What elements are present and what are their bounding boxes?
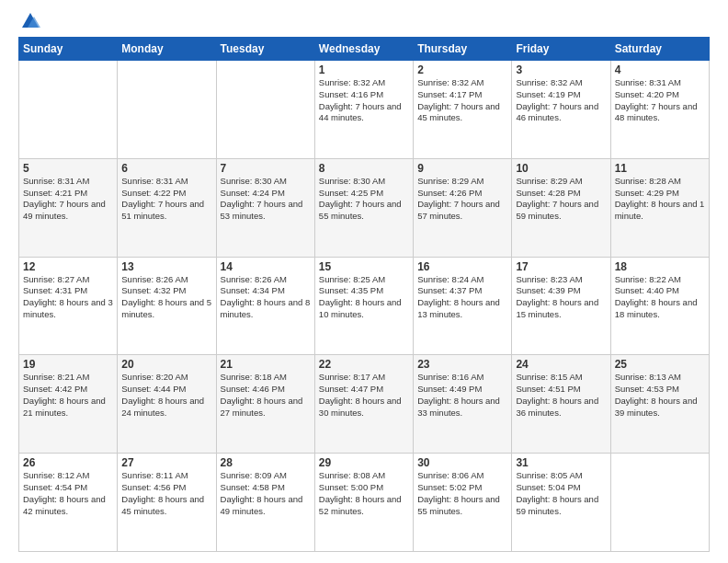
- day-info: Sunrise: 8:29 AM Sunset: 4:28 PM Dayligh…: [516, 176, 606, 223]
- weekday-header-thursday: Thursday: [414, 38, 512, 61]
- day-number: 19: [23, 358, 113, 371]
- day-number: 3: [516, 63, 606, 76]
- day-info: Sunrise: 8:32 AM Sunset: 4:17 PM Dayligh…: [417, 77, 507, 124]
- day-cell: 14Sunrise: 8:26 AM Sunset: 4:34 PM Dayli…: [216, 257, 314, 355]
- day-cell: 9Sunrise: 8:29 AM Sunset: 4:26 PM Daylig…: [414, 158, 512, 257]
- logo-icon: [20, 11, 40, 31]
- day-info: Sunrise: 8:31 AM Sunset: 4:20 PM Dayligh…: [615, 77, 705, 124]
- day-info: Sunrise: 8:26 AM Sunset: 4:34 PM Dayligh…: [221, 274, 311, 321]
- day-cell: 10Sunrise: 8:29 AM Sunset: 4:28 PM Dayli…: [512, 158, 610, 257]
- day-cell: 27Sunrise: 8:11 AM Sunset: 4:56 PM Dayli…: [118, 454, 216, 552]
- day-cell: 3Sunrise: 8:32 AM Sunset: 4:19 PM Daylig…: [512, 61, 610, 159]
- day-cell: 8Sunrise: 8:30 AM Sunset: 4:25 PM Daylig…: [314, 158, 413, 257]
- day-cell: 1Sunrise: 8:32 AM Sunset: 4:16 PM Daylig…: [314, 61, 413, 159]
- weekday-header-wednesday: Wednesday: [314, 38, 413, 61]
- day-number: 21: [221, 358, 311, 371]
- day-number: 27: [121, 456, 211, 469]
- day-info: Sunrise: 8:31 AM Sunset: 4:22 PM Dayligh…: [121, 176, 211, 223]
- day-cell: 4Sunrise: 8:31 AM Sunset: 4:20 PM Daylig…: [610, 61, 709, 159]
- day-info: Sunrise: 8:32 AM Sunset: 4:19 PM Dayligh…: [516, 77, 606, 124]
- day-info: Sunrise: 8:09 AM Sunset: 4:58 PM Dayligh…: [221, 470, 311, 517]
- day-number: 13: [121, 260, 211, 273]
- day-number: 30: [417, 456, 507, 469]
- day-info: Sunrise: 8:11 AM Sunset: 4:56 PM Dayligh…: [121, 470, 211, 517]
- page: SundayMondayTuesdayWednesdayThursdayFrid…: [0, 0, 728, 563]
- day-info: Sunrise: 8:30 AM Sunset: 4:25 PM Dayligh…: [319, 176, 409, 223]
- day-number: 28: [221, 456, 311, 469]
- day-cell: 28Sunrise: 8:09 AM Sunset: 4:58 PM Dayli…: [216, 454, 314, 552]
- day-number: 2: [417, 63, 507, 76]
- day-info: Sunrise: 8:16 AM Sunset: 4:49 PM Dayligh…: [417, 372, 507, 419]
- day-info: Sunrise: 8:21 AM Sunset: 4:42 PM Dayligh…: [23, 372, 113, 419]
- day-info: Sunrise: 8:22 AM Sunset: 4:40 PM Dayligh…: [615, 274, 705, 321]
- calendar-header: SundayMondayTuesdayWednesdayThursdayFrid…: [19, 38, 710, 61]
- day-info: Sunrise: 8:24 AM Sunset: 4:37 PM Dayligh…: [417, 274, 507, 321]
- day-number: 9: [417, 162, 507, 175]
- day-cell: 24Sunrise: 8:15 AM Sunset: 4:51 PM Dayli…: [512, 355, 610, 454]
- week-row-5: 26Sunrise: 8:12 AM Sunset: 4:54 PM Dayli…: [19, 454, 710, 552]
- day-number: 7: [221, 162, 311, 175]
- day-number: 11: [615, 162, 705, 175]
- day-info: Sunrise: 8:20 AM Sunset: 4:44 PM Dayligh…: [121, 372, 211, 419]
- day-info: Sunrise: 8:12 AM Sunset: 4:54 PM Dayligh…: [23, 470, 113, 517]
- day-number: 24: [516, 358, 606, 371]
- day-number: 14: [221, 260, 311, 273]
- day-cell: 22Sunrise: 8:17 AM Sunset: 4:47 PM Dayli…: [314, 355, 413, 454]
- day-cell: 11Sunrise: 8:28 AM Sunset: 4:29 PM Dayli…: [610, 158, 709, 257]
- weekday-header-sunday: Sunday: [19, 38, 118, 61]
- day-info: Sunrise: 8:31 AM Sunset: 4:21 PM Dayligh…: [23, 176, 113, 223]
- day-info: Sunrise: 8:17 AM Sunset: 4:47 PM Dayligh…: [319, 372, 409, 419]
- day-cell: 5Sunrise: 8:31 AM Sunset: 4:21 PM Daylig…: [19, 158, 118, 257]
- day-info: Sunrise: 8:18 AM Sunset: 4:46 PM Dayligh…: [221, 372, 311, 419]
- day-info: Sunrise: 8:27 AM Sunset: 4:31 PM Dayligh…: [23, 274, 113, 321]
- day-info: Sunrise: 8:26 AM Sunset: 4:32 PM Dayligh…: [121, 274, 211, 321]
- day-cell: 20Sunrise: 8:20 AM Sunset: 4:44 PM Dayli…: [118, 355, 216, 454]
- day-info: Sunrise: 8:05 AM Sunset: 5:04 PM Dayligh…: [516, 470, 606, 517]
- day-info: Sunrise: 8:25 AM Sunset: 4:35 PM Dayligh…: [319, 274, 409, 321]
- day-number: 29: [319, 456, 409, 469]
- day-info: Sunrise: 8:32 AM Sunset: 4:16 PM Dayligh…: [319, 77, 409, 124]
- weekday-row: SundayMondayTuesdayWednesdayThursdayFrid…: [19, 38, 710, 61]
- week-row-4: 19Sunrise: 8:21 AM Sunset: 4:42 PM Dayli…: [19, 355, 710, 454]
- day-number: 23: [417, 358, 507, 371]
- day-info: Sunrise: 8:13 AM Sunset: 4:53 PM Dayligh…: [615, 372, 705, 419]
- day-cell: 19Sunrise: 8:21 AM Sunset: 4:42 PM Dayli…: [19, 355, 118, 454]
- day-cell: 23Sunrise: 8:16 AM Sunset: 4:49 PM Dayli…: [414, 355, 512, 454]
- day-cell: 25Sunrise: 8:13 AM Sunset: 4:53 PM Dayli…: [610, 355, 709, 454]
- day-number: 16: [417, 260, 507, 273]
- weekday-header-friday: Friday: [512, 38, 610, 61]
- day-cell: 21Sunrise: 8:18 AM Sunset: 4:46 PM Dayli…: [216, 355, 314, 454]
- day-cell: [610, 454, 709, 552]
- logo: [18, 15, 40, 28]
- day-info: Sunrise: 8:08 AM Sunset: 5:00 PM Dayligh…: [319, 470, 409, 517]
- day-number: 4: [615, 63, 705, 76]
- day-info: Sunrise: 8:23 AM Sunset: 4:39 PM Dayligh…: [516, 274, 606, 321]
- day-cell: [216, 61, 314, 159]
- day-number: 6: [121, 162, 211, 175]
- day-cell: 18Sunrise: 8:22 AM Sunset: 4:40 PM Dayli…: [610, 257, 709, 355]
- day-number: 10: [516, 162, 606, 175]
- day-number: 18: [615, 260, 705, 273]
- header: [18, 15, 710, 28]
- calendar: SundayMondayTuesdayWednesdayThursdayFrid…: [18, 37, 710, 552]
- week-row-2: 5Sunrise: 8:31 AM Sunset: 4:21 PM Daylig…: [19, 158, 710, 257]
- day-number: 5: [23, 162, 113, 175]
- day-cell: 13Sunrise: 8:26 AM Sunset: 4:32 PM Dayli…: [118, 257, 216, 355]
- weekday-header-saturday: Saturday: [610, 38, 709, 61]
- weekday-header-tuesday: Tuesday: [216, 38, 314, 61]
- day-cell: 2Sunrise: 8:32 AM Sunset: 4:17 PM Daylig…: [414, 61, 512, 159]
- day-cell: 31Sunrise: 8:05 AM Sunset: 5:04 PM Dayli…: [512, 454, 610, 552]
- day-info: Sunrise: 8:15 AM Sunset: 4:51 PM Dayligh…: [516, 372, 606, 419]
- day-number: 26: [23, 456, 113, 469]
- day-cell: 30Sunrise: 8:06 AM Sunset: 5:02 PM Dayli…: [414, 454, 512, 552]
- day-cell: 15Sunrise: 8:25 AM Sunset: 4:35 PM Dayli…: [314, 257, 413, 355]
- day-number: 1: [319, 63, 409, 76]
- day-cell: 26Sunrise: 8:12 AM Sunset: 4:54 PM Dayli…: [19, 454, 118, 552]
- day-info: Sunrise: 8:30 AM Sunset: 4:24 PM Dayligh…: [221, 176, 311, 223]
- day-number: 12: [23, 260, 113, 273]
- day-cell: [19, 61, 118, 159]
- day-info: Sunrise: 8:06 AM Sunset: 5:02 PM Dayligh…: [417, 470, 507, 517]
- day-cell: 17Sunrise: 8:23 AM Sunset: 4:39 PM Dayli…: [512, 257, 610, 355]
- day-cell: 7Sunrise: 8:30 AM Sunset: 4:24 PM Daylig…: [216, 158, 314, 257]
- day-number: 15: [319, 260, 409, 273]
